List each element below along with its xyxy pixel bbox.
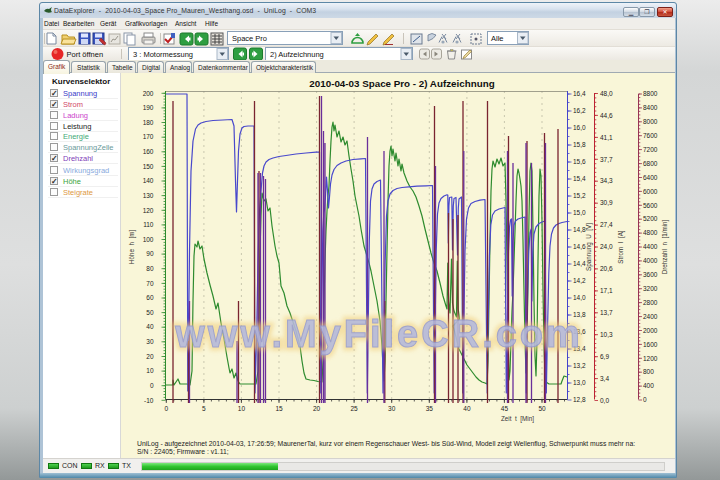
- svg-text:8800: 8800: [643, 90, 658, 97]
- svg-text:Höhe h [m]: Höhe h [m]: [128, 230, 136, 265]
- svg-text:8000: 8000: [643, 118, 658, 125]
- svg-text:1200: 1200: [643, 355, 658, 362]
- svg-text:40: 40: [463, 405, 471, 412]
- svg-text:0: 0: [164, 405, 168, 412]
- svg-text:15,8: 15,8: [573, 141, 586, 148]
- svg-text:2) Aufzeichnung: 2) Aufzeichnung: [270, 50, 324, 59]
- svg-text:16,2: 16,2: [573, 107, 586, 114]
- svg-text:15: 15: [275, 405, 283, 412]
- svg-text:90: 90: [146, 250, 154, 257]
- svg-text:3600: 3600: [643, 271, 658, 278]
- svg-text:20: 20: [146, 353, 154, 360]
- svg-text:20: 20: [313, 405, 321, 412]
- svg-text:10,3: 10,3: [600, 331, 613, 338]
- svg-text:400: 400: [643, 382, 654, 389]
- svg-text:2010-04-03 Space Pro - 2) Aufz: 2010-04-03 Space Pro - 2) Aufzeichnung: [309, 78, 494, 89]
- svg-text:Spannung U [V]: Spannung U [V]: [585, 223, 593, 271]
- svg-text:Strom I [A]: Strom I [A]: [617, 230, 625, 263]
- svg-text:3,4: 3,4: [600, 375, 609, 382]
- svg-text:80: 80: [146, 265, 154, 272]
- svg-text:6,9: 6,9: [600, 353, 609, 360]
- svg-text:5200: 5200: [643, 215, 658, 222]
- svg-text:37,7: 37,7: [600, 156, 613, 163]
- svg-text:120: 120: [143, 207, 154, 214]
- svg-text:60: 60: [146, 294, 154, 301]
- svg-text:13,0: 13,0: [573, 379, 586, 386]
- svg-text:7200: 7200: [643, 146, 658, 153]
- svg-text:41,1: 41,1: [600, 134, 613, 141]
- svg-text:0,0: 0,0: [600, 397, 609, 404]
- svg-text:UniLog - aufgezeichnet 2010-04: UniLog - aufgezeichnet 2010-04-03, 17:26…: [137, 440, 635, 448]
- svg-text:7600: 7600: [643, 132, 658, 139]
- svg-text:0: 0: [643, 396, 647, 403]
- svg-text:2000: 2000: [643, 327, 658, 334]
- svg-text:160: 160: [143, 148, 154, 155]
- svg-text:140: 140: [143, 177, 154, 184]
- svg-text:800: 800: [643, 368, 654, 375]
- svg-text:27,4: 27,4: [600, 221, 613, 228]
- svg-text:10: 10: [238, 405, 246, 412]
- svg-text:15,0: 15,0: [573, 209, 586, 216]
- svg-text:5600: 5600: [643, 202, 658, 209]
- svg-text:Zeit t [Min]: Zeit t [Min]: [501, 415, 534, 423]
- svg-text:16,4: 16,4: [573, 90, 586, 97]
- svg-text:S/N : 22405; Firmware : v1.11;: S/N : 22405; Firmware : v1.11;: [137, 448, 229, 455]
- svg-text:14,2: 14,2: [573, 277, 586, 284]
- svg-text:8400: 8400: [643, 104, 658, 111]
- svg-text:13,7: 13,7: [600, 309, 613, 316]
- svg-text:1600: 1600: [643, 341, 658, 348]
- svg-text:150: 150: [143, 163, 154, 170]
- svg-text:Port öffnen: Port öffnen: [67, 50, 104, 59]
- svg-text:5: 5: [202, 405, 206, 412]
- svg-text:0: 0: [150, 382, 154, 389]
- svg-text:48,0: 48,0: [600, 90, 613, 97]
- svg-text:3 : Motormessung: 3 : Motormessung: [133, 50, 193, 59]
- svg-text:180: 180: [143, 119, 154, 126]
- svg-text:14,0: 14,0: [573, 294, 586, 301]
- svg-text:Alle: Alle: [491, 34, 504, 43]
- svg-text:40: 40: [146, 323, 154, 330]
- svg-text:15,4: 15,4: [573, 175, 586, 182]
- svg-text:30: 30: [146, 338, 154, 345]
- svg-text:10: 10: [146, 367, 154, 374]
- svg-text:100: 100: [143, 236, 154, 243]
- svg-text:6400: 6400: [643, 174, 658, 181]
- svg-text:-10: -10: [144, 397, 154, 404]
- svg-text:2400: 2400: [643, 313, 658, 320]
- svg-text:Space Pro: Space Pro: [232, 34, 267, 43]
- svg-text:Drehzahl n [1/min]: Drehzahl n [1/min]: [661, 219, 669, 274]
- svg-text:50: 50: [146, 309, 154, 316]
- svg-text:4400: 4400: [643, 243, 658, 250]
- svg-text:45: 45: [501, 405, 509, 412]
- svg-text:110: 110: [143, 221, 154, 228]
- svg-text:www.MyFileCR.com: www.MyFileCR.com: [174, 313, 583, 355]
- svg-text:25: 25: [350, 405, 358, 412]
- svg-text:17,1: 17,1: [600, 287, 613, 294]
- svg-text:35: 35: [426, 405, 434, 412]
- svg-text:130: 130: [143, 192, 154, 199]
- svg-text:190: 190: [143, 104, 154, 111]
- svg-text:16,0: 16,0: [573, 124, 586, 131]
- svg-text:2800: 2800: [643, 299, 658, 306]
- svg-text:34,3: 34,3: [600, 177, 613, 184]
- svg-text:12,8: 12,8: [573, 396, 586, 403]
- svg-text:6800: 6800: [643, 160, 658, 167]
- svg-text:170: 170: [143, 133, 154, 140]
- svg-text:200: 200: [143, 90, 154, 97]
- svg-text:50: 50: [538, 405, 546, 412]
- svg-text:44,6: 44,6: [600, 112, 613, 119]
- svg-text:15,6: 15,6: [573, 158, 586, 165]
- svg-text:24,0: 24,0: [600, 243, 613, 250]
- svg-text:30,9: 30,9: [600, 199, 613, 206]
- svg-text:4000: 4000: [643, 257, 658, 264]
- svg-text:15,2: 15,2: [573, 192, 586, 199]
- svg-text:4800: 4800: [643, 229, 658, 236]
- svg-text:6000: 6000: [643, 188, 658, 195]
- svg-text:13,2: 13,2: [573, 362, 586, 369]
- svg-text:20,6: 20,6: [600, 265, 613, 272]
- svg-text:3200: 3200: [643, 285, 658, 292]
- svg-text:30: 30: [388, 405, 396, 412]
- svg-text:70: 70: [146, 280, 154, 287]
